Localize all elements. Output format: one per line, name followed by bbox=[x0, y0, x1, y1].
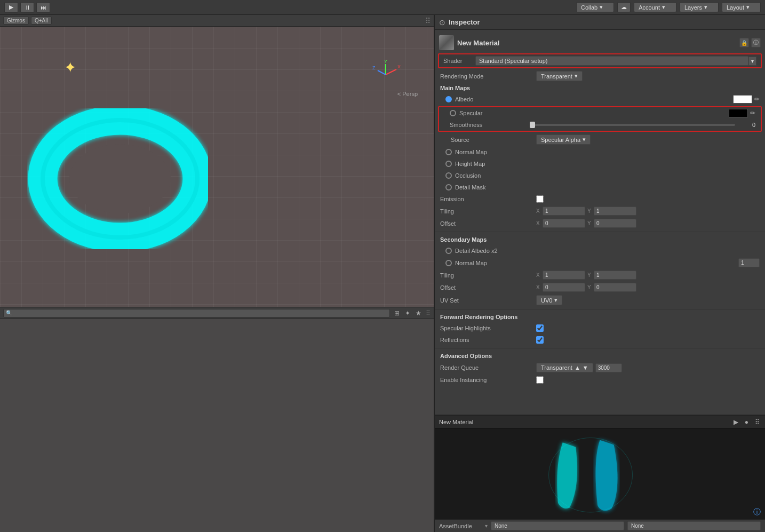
gizmos-button[interactable]: Gizmos bbox=[3, 17, 29, 25]
height-map-row: Height Map bbox=[435, 158, 765, 170]
offset-y-input[interactable] bbox=[594, 219, 636, 228]
detail-normal-circle bbox=[445, 260, 452, 266]
enable-instancing-label: Enable Instancing bbox=[440, 377, 536, 383]
secondary-maps-section: Secondary Maps bbox=[435, 234, 765, 245]
offset-y-field: Y bbox=[587, 219, 636, 228]
tiling-x-field: X bbox=[536, 207, 585, 216]
rendering-mode-dropdown[interactable]: Transparent ▾ bbox=[536, 71, 583, 81]
layout-button[interactable]: Layout ▾ bbox=[722, 2, 761, 12]
specular-highlights-label: Specular Highlights bbox=[440, 325, 536, 331]
collab-button[interactable]: Collab ▾ bbox=[576, 2, 614, 12]
material-header: New Material 🔒 ⓘ bbox=[435, 33, 765, 52]
material-name: New Material bbox=[457, 39, 736, 47]
asset-bundle-value2-input[interactable] bbox=[627, 521, 761, 530]
sec-offset-x-input[interactable] bbox=[543, 283, 585, 292]
pause-button[interactable]: ⏸ bbox=[20, 2, 34, 13]
inspector-title: Inspector bbox=[449, 18, 480, 26]
preview-view: ⓘ bbox=[435, 428, 765, 519]
enable-instancing-row: Enable Instancing bbox=[435, 374, 765, 386]
play-button[interactable]: ▶ bbox=[4, 2, 18, 13]
svg-text:Y: Y bbox=[384, 59, 387, 64]
left-panel: Gizmos Q+All ⠿ ✦ < Persp bbox=[0, 15, 434, 532]
uv-set-dropdown[interactable]: UV0 ▾ bbox=[536, 295, 562, 305]
uv-set-label: UV Set bbox=[440, 297, 536, 304]
offset-x-input[interactable] bbox=[543, 219, 585, 228]
layers-button[interactable]: Layers ▾ bbox=[680, 2, 719, 12]
albedo-color-swatch[interactable] bbox=[733, 95, 752, 104]
scene-view[interactable]: ✦ < Persp X Y Z bbox=[0, 27, 434, 307]
sec-tiling-y-label: Y bbox=[587, 272, 593, 278]
emission-checkbox[interactable] bbox=[536, 195, 544, 203]
tiling-xy: X Y bbox=[536, 207, 760, 216]
detail-albedo-circle bbox=[445, 248, 452, 254]
smoothness-row: Smoothness 0 bbox=[439, 119, 761, 131]
scene-search-input[interactable] bbox=[3, 309, 390, 317]
scene-icon3[interactable]: ★ bbox=[415, 309, 423, 317]
sec-offset-y-input[interactable] bbox=[594, 283, 636, 292]
cloud-button[interactable]: ☁ bbox=[617, 2, 631, 12]
inspector-icon: ⊙ bbox=[439, 18, 445, 27]
preview-dot-btn[interactable]: ● bbox=[744, 418, 750, 426]
svg-line-4 bbox=[378, 70, 386, 75]
uv-set-arrow: ▾ bbox=[554, 297, 557, 304]
shader-dropdown-btn[interactable]: ▾ bbox=[748, 57, 756, 66]
render-queue-label: Render Queue bbox=[440, 364, 536, 371]
tiling-label: Tiling bbox=[440, 208, 536, 215]
occlusion-circle bbox=[445, 172, 452, 179]
shader-value-input[interactable] bbox=[475, 56, 748, 66]
material-lock-btn[interactable]: 🔒 bbox=[739, 38, 749, 47]
rq-down: ▼ bbox=[583, 364, 588, 371]
reflections-row: Reflections bbox=[435, 334, 765, 346]
preview-dots-btn[interactable]: ⠿ bbox=[754, 418, 761, 426]
render-queue-value: Transparent bbox=[541, 364, 572, 371]
source-dropdown[interactable]: Specular Alpha ▾ bbox=[536, 134, 591, 145]
sec-tiling-x-field: X bbox=[536, 271, 585, 280]
tiling-x-input[interactable] bbox=[543, 207, 585, 216]
scene-toolbar-left: Gizmos Q+All bbox=[3, 17, 52, 25]
tiling-y-input[interactable] bbox=[594, 207, 636, 216]
scene-icon2[interactable]: ✦ bbox=[404, 309, 411, 317]
rendering-mode-label: Rendering Mode bbox=[440, 73, 536, 80]
step-button[interactable]: ⏭ bbox=[36, 2, 50, 13]
toolbar-right: Collab ▾ ☁ Account ▾ Layers ▾ Layout ▾ bbox=[576, 2, 761, 12]
sec-tiling-xy: X Y bbox=[536, 271, 760, 280]
detail-mask-row: Detail Mask bbox=[435, 181, 765, 193]
render-queue-num-input[interactable] bbox=[595, 363, 622, 372]
detail-mask-label: Detail Mask bbox=[455, 184, 760, 190]
sec-offset-y-label: Y bbox=[587, 284, 593, 290]
account-button[interactable]: Account ▾ bbox=[634, 2, 676, 12]
smoothness-label: Smoothness bbox=[444, 122, 530, 128]
sec-tiling-y-input[interactable] bbox=[594, 271, 636, 280]
drag-indicator: ⠿ bbox=[426, 309, 431, 317]
preview-play-btn[interactable]: ▶ bbox=[732, 418, 739, 426]
normal-map-label: Normal Map bbox=[455, 149, 760, 155]
specular-row: Specular ✏ bbox=[439, 107, 761, 119]
layers-label: Layers bbox=[684, 4, 702, 11]
specular-color-swatch[interactable] bbox=[729, 109, 748, 117]
account-arrow: ▾ bbox=[662, 4, 665, 11]
enable-instancing-checkbox[interactable] bbox=[536, 376, 544, 384]
detail-normal-input[interactable] bbox=[738, 258, 760, 267]
reflections-label: Reflections bbox=[440, 337, 536, 343]
preview-panel: New Material ▶ ● ⠿ bbox=[435, 415, 765, 532]
albedo-row: Albedo ✏ bbox=[435, 93, 765, 105]
sec-tiling-row: Tiling X Y bbox=[435, 269, 765, 281]
albedo-eyedropper[interactable]: ✏ bbox=[754, 96, 760, 103]
scene-icon1[interactable]: ⊞ bbox=[393, 309, 401, 317]
layers-arrow: ▾ bbox=[704, 4, 707, 11]
occlusion-row: Occlusion bbox=[435, 170, 765, 181]
material-info-btn[interactable]: ⓘ bbox=[751, 38, 761, 47]
reflections-checkbox[interactable] bbox=[536, 336, 544, 344]
smoothness-slider[interactable] bbox=[530, 124, 735, 126]
sec-tiling-x-input[interactable] bbox=[543, 271, 585, 280]
all-button[interactable]: Q+All bbox=[31, 17, 52, 25]
render-queue-dropdown[interactable]: Transparent ▲ ▼ bbox=[536, 363, 593, 372]
divider1 bbox=[435, 232, 765, 232]
specular-eyedropper[interactable]: ✏ bbox=[750, 109, 755, 117]
tiling-y-label: Y bbox=[587, 208, 593, 214]
sec-tiling-label: Tiling bbox=[440, 272, 536, 279]
asset-bundle-value1-input[interactable] bbox=[491, 521, 624, 530]
specular-highlights-checkbox[interactable] bbox=[536, 324, 544, 332]
offset-y-label: Y bbox=[587, 220, 593, 226]
smoothness-value: 0 bbox=[739, 122, 755, 128]
